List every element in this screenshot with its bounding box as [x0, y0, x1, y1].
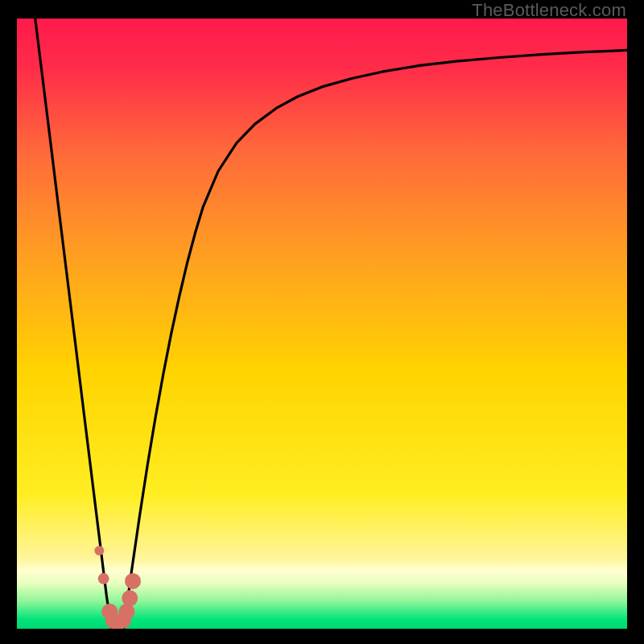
data-marker-0: [94, 546, 104, 555]
data-marker-1: [98, 573, 109, 584]
plot-area: [17, 19, 627, 629]
data-marker-7: [122, 590, 138, 606]
chart-frame: TheBottleneck.com: [0, 0, 644, 644]
data-marker-8: [125, 573, 141, 589]
bottleneck-chart: [17, 19, 627, 629]
gradient-background: [17, 19, 627, 629]
data-marker-6: [118, 604, 134, 620]
